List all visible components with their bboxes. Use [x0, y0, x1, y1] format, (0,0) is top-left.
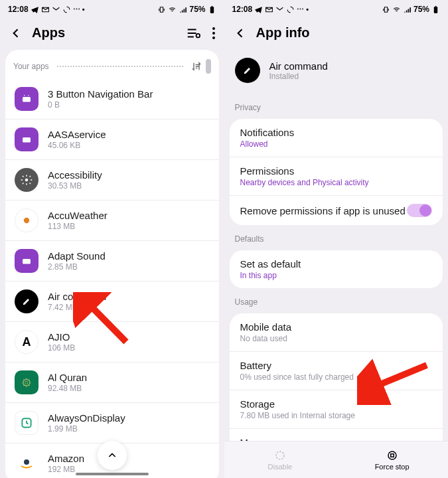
remove-perms-row[interactable]: Remove permissions if app is unused [230, 196, 443, 225]
app-name: AccuWeather [48, 210, 108, 221]
svg-point-3 [212, 27, 215, 30]
sort-icon[interactable] [191, 61, 202, 72]
page-title: Apps [32, 25, 177, 40]
your-apps-label: Your apps [13, 62, 49, 71]
mail-icon [41, 5, 50, 14]
app-row[interactable]: A AJIO106 MB [5, 322, 219, 362]
app-name: Adapt Sound [48, 250, 106, 262]
app-row[interactable]: Air command7.42 MB [5, 281, 219, 322]
clock: 12:08 [232, 5, 253, 14]
app-size: 30.53 MB [48, 181, 102, 191]
accuweather-icon [15, 208, 38, 232]
app-name: AlwaysOnDisplay [48, 412, 125, 424]
app-row[interactable]: AccuWeather113 MB [5, 200, 219, 241]
telegram-icon [254, 5, 263, 14]
nav-pill[interactable] [76, 473, 149, 475]
status-bar: 12:08 ⋯ • 75% [224, 0, 449, 19]
svg-point-14 [24, 459, 29, 465]
app-name: Air command [48, 291, 106, 302]
scroll-indicator[interactable] [206, 59, 211, 74]
wifi-icon [168, 5, 177, 14]
notifications-row[interactable]: Notifications Allowed [230, 119, 443, 157]
storage-row[interactable]: Storage 7.80 MB used in Internal storage [230, 390, 443, 429]
app-info-screen: 12:08 ⋯ • 75% App info Air command Insta… [224, 0, 449, 478]
more-indicator: ⋯ • [297, 5, 309, 14]
app-size: 106 MB [48, 343, 75, 353]
gear-icon [15, 168, 38, 192]
battery-row[interactable]: Battery 0% used since last fully charged [230, 352, 443, 390]
pen-icon [235, 58, 260, 83]
svg-rect-1 [211, 6, 212, 7]
app-row[interactable]: Accessibility30.53 MB [5, 160, 219, 200]
svg-rect-6 [23, 97, 31, 102]
force-stop-button[interactable]: Force stop [336, 441, 448, 478]
pen-icon [15, 289, 38, 313]
svg-rect-21 [390, 453, 394, 457]
app-size: 113 MB [48, 222, 108, 231]
battery-percent: 75% [413, 5, 429, 14]
svg-point-19 [276, 451, 284, 459]
clock: 12:08 [8, 5, 29, 14]
battery-icon [431, 5, 440, 14]
privacy-label: Privacy [224, 94, 449, 119]
more-indicator: ⋯ • [73, 5, 85, 14]
page-title: App info [256, 25, 439, 40]
clock-icon [15, 411, 38, 435]
app-status: Installed [269, 72, 328, 81]
disable-button: Disable [224, 441, 336, 478]
app-row[interactable]: AlwaysOnDisplay1.99 MB [5, 403, 219, 443]
mail-icon [265, 5, 273, 14]
sync-icon [62, 5, 71, 14]
svg-point-7 [24, 95, 25, 96]
defaults-label: Defaults [224, 225, 449, 250]
sync-icon [286, 5, 295, 14]
app-row[interactable]: AASAservice45.06 KB [5, 120, 219, 160]
toggle-switch[interactable] [407, 204, 432, 217]
app-row[interactable]: Adapt Sound2.85 MB [5, 241, 219, 281]
svg-rect-17 [434, 7, 437, 13]
app-info-header: App info [224, 19, 449, 50]
usage-label: Usage [224, 288, 449, 313]
wifi-icon [392, 5, 401, 14]
app-name: Amazon [48, 453, 84, 464]
signal-icon [179, 5, 187, 14]
app-name: Accessibility [48, 169, 102, 181]
svg-point-4 [212, 32, 215, 35]
battery-percent: 75% [189, 5, 205, 14]
set-default-row[interactable]: Set as default In this app [230, 250, 443, 288]
amazon-icon [15, 451, 38, 475]
app-header-row: Air command Installed [224, 50, 449, 94]
permissions-row[interactable]: Permissions Nearby devices and Physical … [230, 157, 443, 196]
app-name: AASAservice [48, 129, 106, 140]
more-icon[interactable] [212, 27, 215, 39]
svg-point-5 [212, 37, 215, 39]
app-row[interactable]: 3 Button Navigation Bar0 B [5, 79, 219, 120]
status-bar: 12:08 ⋯ • 75% [0, 0, 224, 19]
app-name: 3 Button Navigation Bar [48, 88, 153, 100]
bottom-actions: Disable Force stop [224, 441, 449, 478]
quran-icon: ۞ [15, 370, 38, 394]
defaults-card: Set as default In this app [230, 250, 443, 288]
app-size: 1.99 MB [48, 424, 125, 434]
app-name: Air command [269, 60, 328, 72]
apps-list-screen: 12:08 ⋯ • 75% Apps Your apps [0, 0, 224, 478]
signal-icon [403, 5, 411, 14]
ajio-icon: A [15, 330, 38, 354]
app-size: 2.85 MB [48, 262, 106, 272]
svg-rect-12 [23, 259, 31, 264]
svg-point-2 [196, 33, 200, 37]
apps-header: Apps [0, 19, 224, 50]
apps-card: Your apps 3 Button Navigation Bar0 B AAS… [5, 50, 219, 478]
search-filter-icon[interactable] [186, 26, 200, 40]
scroll-to-top-button[interactable] [98, 441, 127, 470]
app-size: 92.48 MB [48, 384, 87, 393]
gmail-icon [275, 5, 284, 14]
mobile-data-row[interactable]: Mobile data No data used [230, 313, 443, 352]
dotted-divider [57, 66, 183, 67]
app-size: 45.06 KB [48, 141, 106, 150]
app-row[interactable]: ۞ Al Quran92.48 MB [5, 362, 219, 403]
back-icon[interactable] [234, 27, 247, 40]
vibrate-icon [382, 5, 390, 14]
back-icon[interactable] [9, 27, 23, 40]
svg-rect-0 [210, 7, 213, 13]
